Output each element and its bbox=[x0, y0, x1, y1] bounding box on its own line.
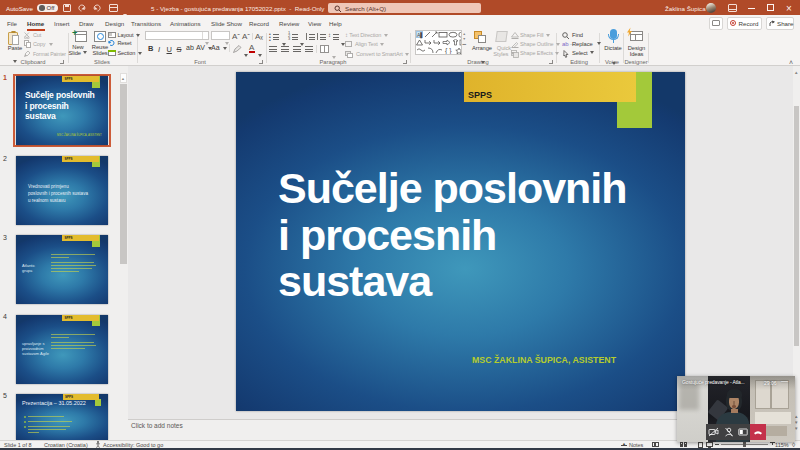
svg-text:{ }: { } bbox=[445, 47, 452, 54]
